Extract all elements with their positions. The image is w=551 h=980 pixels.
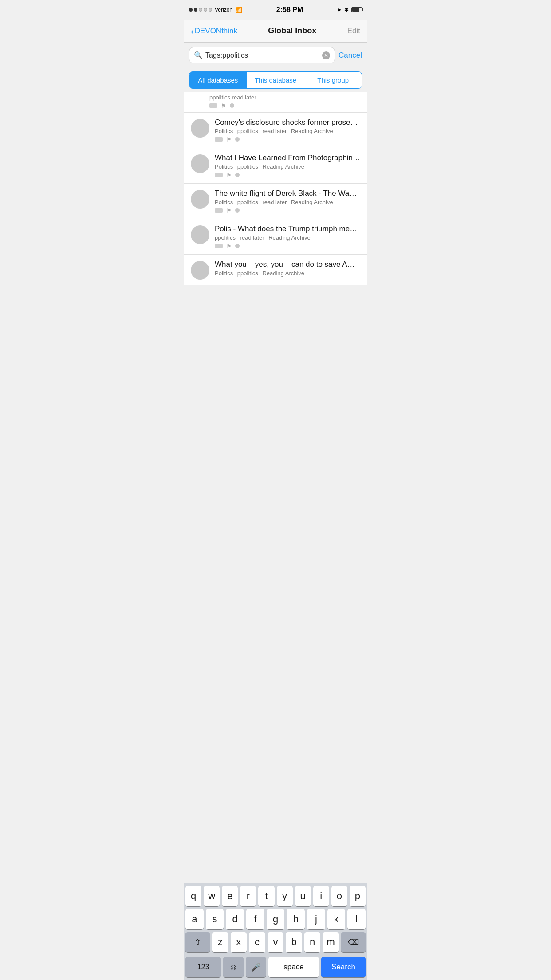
item-content: Polis - What does the Trump triumph mean… [215,225,360,249]
item-content: Comey's disclosure shocks former prosecu… [215,118,360,142]
item-content: The white flight of Derek Black - The Wa… [215,189,360,213]
partial-item-content: ppolitics read later ⚑ [209,94,360,109]
meta-icon-rect [215,244,223,248]
item-meta: ⚑ [215,136,360,142]
status-left: Verizon 📶 [189,7,242,13]
meta-flag-icon: ⚑ [226,136,232,142]
list-item[interactable]: Polis - What does the Trump triumph mean… [184,219,367,255]
list-item[interactable]: What you – yes, you – can do to save Ame… [184,255,367,285]
item-tags: Politics ppolitics Reading Archive [215,163,360,170]
list-item[interactable]: What I Have Learned From Photographing 4… [184,148,367,184]
item-tags: Politics ppolitics Reading Archive [215,270,360,277]
item-title: What I Have Learned From Photographing 4… [215,154,360,162]
back-chevron-icon: ‹ [191,27,194,36]
meta-flag-icon: ⚑ [226,172,232,178]
item-meta: ⚑ [215,172,360,178]
item-title: Comey's disclosure shocks former prosecu… [215,118,360,127]
partial-item-tags: ppolitics read later [209,94,360,101]
list-item[interactable]: Comey's disclosure shocks former prosecu… [184,113,367,148]
item-title: Polis - What does the Trump triumph mean… [215,225,360,233]
meta-flag-icon: ⚑ [226,207,232,213]
status-right: ➤ ✱ [337,7,362,13]
carrier-name: Verizon [215,7,232,13]
segment-all-databases[interactable]: All databases [189,72,247,88]
meta-circle-icon [235,173,240,177]
signal-dot-3 [199,8,202,12]
wifi-icon: 📶 [235,7,242,13]
segment-this-database[interactable]: This database [247,72,305,88]
item-title: What you – yes, you – can do to save Ame… [215,260,360,269]
avatar [191,154,209,173]
battery-fill [352,8,359,12]
meta-icon-rect [215,137,223,142]
signal-dot-1 [189,8,193,12]
clear-search-button[interactable]: ✕ [322,51,330,59]
nav-bar: ‹ DEVONthink Global Inbox Edit [184,20,367,43]
item-title: The white flight of Derek Black - The Wa… [215,189,360,198]
signal-dot-2 [194,8,197,12]
partial-avatar [191,94,204,107]
partial-item-meta: ⚑ [209,103,360,109]
results-list: ppolitics read later ⚑ Comey's disclosur… [184,92,367,285]
item-tags: ppolitics read later Reading Archive [215,234,360,241]
meta-flag-icon: ⚑ [221,103,226,109]
item-meta: ⚑ [215,243,360,249]
bluetooth-icon: ✱ [344,7,349,13]
battery-body [351,7,362,12]
avatar [191,119,209,138]
meta-icon-rect [209,103,217,108]
signal-dot-5 [209,8,212,12]
back-button[interactable]: ‹ DEVONthink [191,27,237,36]
item-tags: Politics ppolitics read later Reading Ar… [215,199,360,205]
item-meta: ⚑ [215,207,360,213]
battery [351,7,362,12]
meta-circle-icon [235,137,240,142]
signal-dot-4 [204,8,207,12]
item-tags: Politics ppolitics read later Reading Ar… [215,128,360,134]
meta-icon-rect [215,208,223,213]
scope-segment-control: All databases This database This group [189,71,362,89]
page-title: Global Inbox [268,26,316,36]
cancel-button[interactable]: Cancel [338,51,362,60]
segment-this-group[interactable]: This group [304,72,362,88]
meta-circle-icon [235,244,240,248]
status-time: 2:58 PM [276,6,303,14]
avatar [191,261,209,280]
meta-circle-icon [230,103,234,108]
search-icon: 🔍 [194,51,203,59]
meta-flag-icon: ⚑ [226,243,232,249]
search-bar-container: 🔍 ✕ Cancel [184,43,367,68]
meta-icon-rect [215,173,223,177]
avatar [191,190,209,209]
search-input[interactable] [205,51,319,59]
signal-dots [189,8,212,12]
content-area: ppolitics read later ⚑ Comey's disclosur… [184,92,367,383]
edit-button[interactable]: Edit [347,27,360,36]
list-item[interactable]: The white flight of Derek Black - The Wa… [184,184,367,219]
back-label: DEVONthink [195,27,237,36]
clear-icon: ✕ [324,53,328,58]
search-input-wrapper[interactable]: 🔍 ✕ [189,47,335,63]
avatar [191,225,209,244]
partial-list-item[interactable]: ppolitics read later ⚑ [184,92,367,113]
location-icon: ➤ [337,7,342,13]
meta-circle-icon [235,208,240,213]
status-bar: Verizon 📶 2:58 PM ➤ ✱ [184,0,367,20]
item-content: What you – yes, you – can do to save Ame… [215,260,360,278]
item-content: What I Have Learned From Photographing 4… [215,154,360,178]
